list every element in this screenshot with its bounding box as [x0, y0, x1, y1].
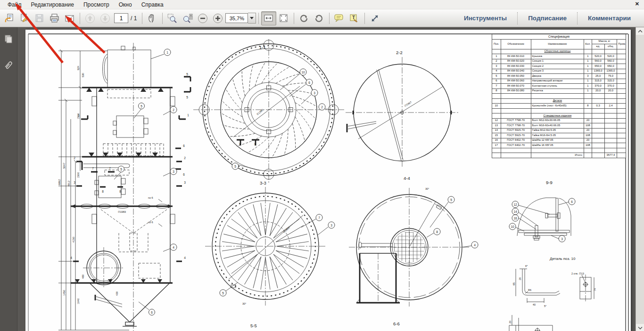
svg-text:5: 5	[186, 96, 188, 99]
svg-text:по 6: по 6	[148, 221, 153, 224]
page-total-label: / 1	[131, 15, 137, 22]
menu-file[interactable]: Файл	[3, 0, 26, 9]
svg-text:6: 6	[183, 173, 185, 176]
page-thumbnails-button[interactable]	[0, 30, 17, 48]
page-number-input[interactable]	[114, 13, 128, 23]
hand-tool-button[interactable]	[145, 11, 160, 25]
fit-page-button[interactable]	[276, 11, 291, 25]
paperclip-icon	[5, 61, 12, 69]
open-file-button[interactable]	[2, 11, 17, 25]
svg-text:по 6: по 6	[148, 196, 153, 199]
spec-total-row: Итого:3577,4	[492, 153, 626, 158]
table-row: 284 КМ-50.020Секция 11560,0560,0	[492, 59, 626, 64]
svg-text:6-6: 6-6	[393, 321, 400, 326]
svg-text:65: 65	[512, 283, 515, 285]
fullscreen-button[interactable]	[367, 11, 382, 25]
scroll-down-button[interactable]	[636, 324, 644, 331]
chevron-down-icon	[638, 326, 643, 330]
tab-tools[interactable]: Инструменты	[454, 15, 517, 22]
sticky-note-button[interactable]	[332, 11, 347, 25]
svg-text:4150: 4150	[72, 237, 75, 242]
rotate-cw-icon	[301, 15, 307, 21]
elevation-view	[58, 43, 190, 331]
vertical-scrollbar[interactable]	[636, 27, 644, 331]
save-button[interactable]	[32, 11, 47, 25]
zoom-level-value[interactable]: 35,7%	[225, 13, 248, 23]
zoom-in-button[interactable]	[210, 11, 225, 25]
table-row: 13ГОСТ 7798-70Болт М16-60х40.66.05108	[492, 123, 626, 129]
svg-text:3: 3	[184, 181, 186, 184]
table-row: 15ГОСТ 5915-70Гайка М16-6Н.5.05108	[492, 133, 626, 138]
svg-text:3: 3	[314, 91, 315, 95]
svg-text:924: 924	[77, 66, 80, 70]
svg-text:9: 9	[239, 143, 241, 146]
table-row: 10Кронштейн (лист -6х40х65)80,32,4	[492, 104, 626, 109]
svg-text:5047: 5047	[63, 163, 66, 169]
menu-view[interactable]: Просмотр	[79, 0, 114, 9]
fullscreen-arrows-icon	[372, 16, 378, 21]
svg-text:5: 5	[234, 165, 236, 168]
menu-window[interactable]: Окно	[114, 0, 137, 9]
svg-text:∅1983: ∅1983	[118, 210, 126, 213]
svg-text:1-1: 1-1	[259, 45, 266, 50]
menu-edit[interactable]: Редактирование	[26, 0, 79, 9]
marquee-zoom-button[interactable]	[165, 11, 180, 25]
print-icon	[50, 14, 58, 22]
svg-text:12: 12	[513, 203, 517, 206]
spec-title: Спецификация	[492, 34, 626, 40]
navigation-sidebar	[0, 27, 17, 331]
spec-section-row: Детали	[492, 98, 626, 104]
next-page-button[interactable]	[98, 11, 113, 25]
text-annotation-button[interactable]: T	[347, 11, 362, 25]
svg-text:4-4: 4-4	[404, 176, 410, 181]
table-row: 14ГОСТ 5915-70Гайка М12-6Н.5.0520	[492, 128, 626, 133]
zoom-dropdown-button[interactable]	[248, 13, 256, 24]
svg-text:3: 3	[561, 237, 563, 241]
menu-help[interactable]: Справка	[137, 0, 168, 9]
fit-width-button[interactable]	[261, 11, 276, 25]
svg-text:8: 8	[436, 230, 438, 234]
svg-text:30°: 30°	[425, 187, 429, 190]
svg-text:20: 20	[519, 277, 521, 280]
hand-icon	[149, 14, 154, 22]
rotate-counterclockwise-button[interactable]	[312, 11, 327, 25]
rotate-clockwise-button[interactable]	[297, 11, 312, 25]
svg-text:4: 4	[184, 256, 186, 259]
workspace: 1 2 3 4 5 5 6 10 6 3 2 5 7 3 5 5 8 4 12 …	[0, 27, 644, 331]
email-icon	[66, 16, 74, 21]
sign-button[interactable]	[17, 11, 32, 25]
print-button[interactable]	[47, 11, 62, 25]
zoom-out-button[interactable]	[195, 11, 210, 25]
menu-bar: Файл Редактирование Просмотр Окно Справк…	[0, 0, 644, 9]
tab-comments[interactable]: Комментарии	[578, 15, 641, 22]
attachments-button[interactable]	[0, 57, 17, 74]
svg-text:6: 6	[308, 81, 310, 84]
arrow-down-icon	[101, 14, 110, 23]
scroll-up-button[interactable]	[636, 27, 644, 35]
marquee-zoom-icon	[168, 14, 176, 23]
table-row: 384 КМ-50.030Секция 21650,0650,0	[492, 64, 626, 69]
chevron-down-icon	[250, 17, 254, 19]
text-note-icon: T	[350, 15, 357, 22]
svg-text:9: 9	[254, 143, 256, 146]
svg-text:10: 10	[301, 71, 305, 74]
acrobat-reader-window: { "menu_bar": { "items": ["Файл", "Редак…	[0, 0, 644, 331]
svg-text:74: 74	[594, 288, 596, 291]
close-icon[interactable]: ✕	[635, 1, 639, 7]
previous-page-button[interactable]	[83, 11, 98, 25]
email-button[interactable]	[62, 11, 77, 25]
svg-text:5: 5	[120, 168, 122, 171]
svg-text:1500: 1500	[77, 113, 80, 119]
svg-text:3-3: 3-3	[260, 180, 266, 186]
svg-text:14: 14	[513, 210, 517, 213]
bottom-partials	[384, 315, 553, 331]
dynamic-zoom-button[interactable]	[180, 11, 195, 25]
tab-sign[interactable]: Подписание	[518, 15, 577, 22]
svg-text:16: 16	[513, 217, 517, 220]
svg-text:2: 2	[173, 108, 174, 112]
view-9-9	[516, 198, 571, 240]
table-row: 784 КМ-50.070Контактная ступень1370,0370…	[492, 84, 626, 89]
plus-icon	[214, 14, 223, 23]
svg-text:530: 530	[82, 73, 84, 77]
specification-table: Спецификация Поз. Обозначение Наименован…	[492, 34, 626, 158]
